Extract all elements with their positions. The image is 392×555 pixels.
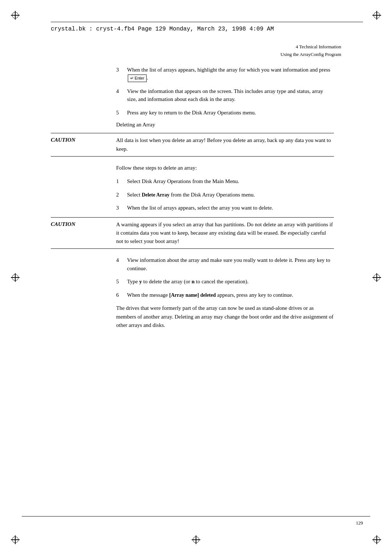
reg-circle-mr: [373, 274, 380, 281]
del-steps-4-6: 4 View information about the array and m…: [116, 256, 334, 329]
del-step-5-text: Type y to delete the array (or n to canc…: [127, 278, 334, 286]
step-5-text: Press any key to return to the Disk Arra…: [127, 109, 334, 117]
enter-key: ↵ Enter: [128, 74, 147, 82]
footer-area: 129: [0, 502, 392, 526]
reg-circle-tr: [373, 12, 380, 19]
del-step-5: 5 Type y to delete the array (or n to ca…: [116, 278, 334, 286]
del-step-6-num: 6: [116, 291, 127, 299]
caution-2-text: A warning appears if you select an array…: [116, 220, 334, 246]
del-step-3: 3 When the list of arrays appears, selec…: [116, 204, 334, 212]
page: crystal.bk : cryst-4.fb4 Page 129 Monday…: [0, 0, 392, 555]
closing-paragraph: The drives that were formerly part of th…: [116, 304, 334, 329]
caution-block-2: CAUTION A warning appears if you select …: [51, 217, 334, 249]
step-3-num: 3: [116, 66, 127, 82]
file-header-text: crystal.bk : cryst-4.fb4 Page 129 Monday…: [51, 26, 274, 32]
reg-circle-ml: [12, 274, 19, 281]
section-line1: 4 Technical Information: [29, 43, 341, 51]
del-step-2: 2 Select Delete Array from the Disk Arra…: [116, 191, 334, 199]
del-step-6-text: When the message [Array name] deleted ap…: [127, 291, 334, 299]
reg-circle-br: [373, 536, 380, 543]
del-step-1-text: Select Disk Array Operations from the Ma…: [127, 177, 334, 186]
del-step-6: 6 When the message [Array name] deleted …: [116, 291, 334, 299]
reg-circle-bl: [12, 536, 19, 543]
reg-circle-bm: [193, 536, 199, 543]
section-line2: Using the ArrayConfig Program: [29, 51, 341, 58]
step-3-block: 3 When the list of arrays appears, highl…: [116, 66, 334, 117]
caution-block-1: CAUTION All data is lost when you delete…: [51, 133, 334, 157]
section-heading: Deleting an Array: [116, 122, 334, 128]
del-step-1-num: 1: [116, 177, 127, 186]
bottom-rule: [22, 516, 370, 516]
section-heading-block: Deleting an Array: [116, 122, 334, 128]
step-5-num: 5: [116, 109, 127, 117]
del-step-4: 4 View information about the array and m…: [116, 256, 334, 272]
del-step-2-num: 2: [116, 191, 127, 199]
del-step-3-num: 3: [116, 204, 127, 212]
del-step-3-text: When the list of arrays appears, select …: [127, 204, 334, 212]
section-info: 4 Technical Information Using the ArrayC…: [29, 43, 341, 58]
step-3: 3 When the list of arrays appears, highl…: [116, 66, 334, 82]
file-header: crystal.bk : cryst-4.fb4 Page 129 Monday…: [51, 22, 363, 32]
caution-1-label: CAUTION: [51, 136, 116, 153]
step-4-text: View the information that appears on the…: [127, 87, 334, 104]
page-number: 129: [0, 520, 363, 526]
caution-2-label: CAUTION: [51, 220, 116, 246]
step-3-text: When the list of arrays appears, highlig…: [127, 66, 334, 82]
del-step-2-text: Select Delete Array from the Disk Array …: [127, 191, 334, 199]
step-4: 4 View the information that appears on t…: [116, 87, 334, 104]
del-step-4-text: View information about the array and mak…: [127, 256, 334, 272]
step-4-num: 4: [116, 87, 127, 104]
follow-text: Follow these steps to delete an array:: [116, 164, 334, 172]
reg-circle-tl: [12, 12, 19, 19]
caution-1-text: All data is lost when you delete an arra…: [116, 136, 334, 153]
del-step-1: 1 Select Disk Array Operations from the …: [116, 177, 334, 186]
del-step-4-num: 4: [116, 256, 127, 272]
del-step-5-num: 5: [116, 278, 127, 286]
step-5: 5 Press any key to return to the Disk Ar…: [116, 109, 334, 117]
follow-steps-intro: Follow these steps to delete an array: 1…: [116, 164, 334, 212]
